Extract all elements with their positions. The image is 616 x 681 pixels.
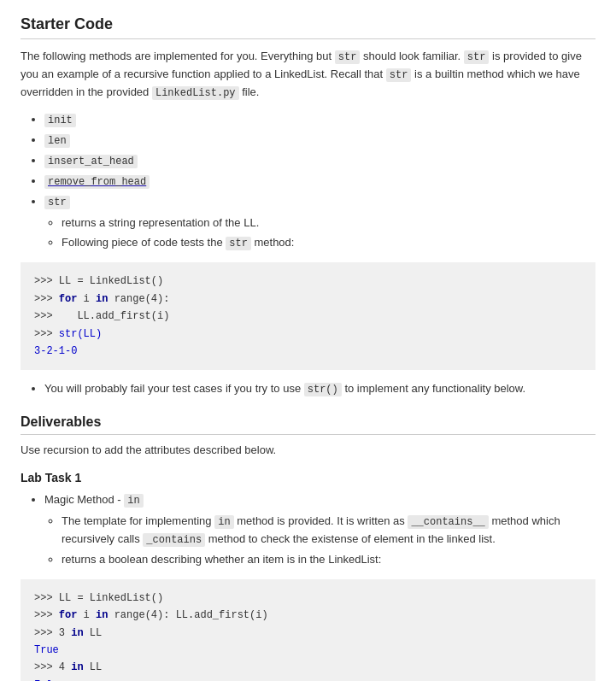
code-str: str: [44, 196, 70, 209]
intro-familiar-text: should look familiar.: [363, 50, 461, 62]
list-item-len: len: [44, 132, 595, 150]
inline-code-str2: str: [464, 50, 490, 64]
link-remove[interactable]: remove_from_head: [44, 174, 150, 187]
inline-code-in2: in: [214, 515, 233, 529]
str-sub-item2: Following piece of code tests the str me…: [62, 234, 595, 252]
magic-sub-item2: returns a boolean describing whether an …: [62, 551, 595, 569]
deliverables-text: Use recursion to add the attributes desc…: [21, 442, 595, 460]
intro-text-before: The following methods are implemented fo…: [21, 50, 331, 62]
inline-code-in: in: [124, 494, 143, 508]
intro-paragraph: The following methods are implemented fo…: [21, 48, 595, 103]
magic-method-sub-list: The template for implementing in method …: [62, 513, 595, 569]
starter-methods-list: init len insert_at_head remove_from_head…: [44, 111, 595, 253]
warning-list: You will probably fail your test cases i…: [44, 380, 595, 398]
inline-code-contains: __contains__: [408, 515, 488, 529]
list-item-insert: insert_at_head: [44, 152, 595, 170]
code-block-2: >>> LL = LinkedList() >>> for i in range…: [21, 579, 595, 681]
lab-task1-magic-item: Magic Method - in The template for imple…: [44, 491, 595, 568]
inline-code-str3: str: [386, 68, 412, 82]
list-item-remove: remove_from_head: [44, 173, 595, 191]
lab-task1-title: Lab Task 1: [21, 471, 595, 484]
warning-item: You will probably fail your test cases i…: [44, 380, 595, 398]
inline-code-contains2: _contains: [143, 533, 205, 547]
code-insert: insert_at_head: [44, 155, 138, 168]
lab-task1-list: Magic Method - in The template for imple…: [44, 491, 595, 568]
code-remove: remove_from_head: [44, 175, 150, 189]
code-block-1: >>> LL = LinkedList() >>> for i in range…: [21, 262, 595, 370]
magic-sub-item1: The template for implementing in method …: [62, 513, 595, 549]
list-item-str: str returns a string representation of t…: [44, 193, 595, 252]
inline-code-str-call: str(): [304, 383, 342, 396]
inline-code-str-method: str: [226, 237, 251, 250]
list-item-init: init: [44, 111, 595, 129]
str-sub-list: returns a string representation of the L…: [62, 214, 595, 253]
inline-code-str1: str: [335, 50, 361, 64]
code-init: init: [44, 114, 76, 127]
inline-code-linkedlist: LinkedList.py: [152, 86, 239, 100]
section2-title: Deliverables: [21, 414, 595, 435]
section1-title: Starter Code: [21, 15, 595, 39]
str-sub-item1: returns a string representation of the L…: [62, 214, 595, 232]
code-len: len: [44, 134, 70, 148]
